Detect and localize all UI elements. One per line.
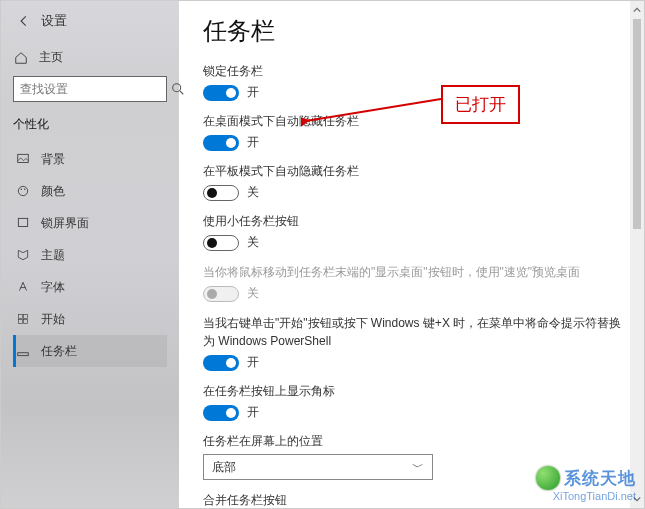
sidebar-item-label: 字体 [41, 279, 65, 296]
font-icon [15, 279, 31, 295]
setting-label-small-buttons: 使用小任务栏按钮 [203, 213, 622, 230]
sidebar-item-label: 背景 [41, 151, 65, 168]
vertical-scrollbar[interactable] [630, 1, 644, 508]
scrollbar-thumb[interactable] [633, 19, 641, 229]
sidebar-category: 个性化 [13, 116, 167, 133]
toggle-peek [203, 286, 239, 302]
svg-point-4 [24, 189, 25, 190]
svg-point-3 [21, 189, 22, 190]
svg-rect-1 [18, 154, 29, 162]
sidebar-item-start[interactable]: 开始 [13, 303, 167, 335]
lockscreen-icon [15, 215, 31, 231]
sidebar-item-fonts[interactable]: 字体 [13, 271, 167, 303]
toggle-state-text: 开 [247, 84, 259, 101]
sidebar-item-label: 颜色 [41, 183, 65, 200]
svg-point-2 [18, 186, 27, 195]
sidebar-item-label: 主题 [41, 247, 65, 264]
toggle-small-buttons[interactable] [203, 235, 239, 251]
sidebar-item-label: 开始 [41, 311, 65, 328]
watermark-sub: XiTongTianDi.net [536, 490, 636, 502]
chevron-down-icon: ﹀ [412, 459, 424, 476]
toggle-badges[interactable] [203, 405, 239, 421]
svg-rect-9 [24, 320, 28, 324]
svg-line-11 [306, 99, 441, 121]
taskbar-icon [15, 343, 31, 359]
toggle-state-text: 关 [247, 285, 259, 302]
arrow-left-icon [17, 14, 31, 28]
sidebar-item-lockscreen[interactable]: 锁屏界面 [13, 207, 167, 239]
content-area: 任务栏 锁定任务栏 开 在桌面模式下自动隐藏任务栏 开 在平板模式下自动隐藏任务… [179, 1, 644, 508]
palette-icon [15, 183, 31, 199]
toggle-lock-taskbar[interactable] [203, 85, 239, 101]
search-input-wrap[interactable] [13, 76, 167, 102]
setting-label-badges: 在任务栏按钮上显示角标 [203, 383, 622, 400]
setting-label-position: 任务栏在屏幕上的位置 [203, 433, 622, 450]
annotation-callout: 已打开 [441, 85, 520, 124]
select-value: 底部 [212, 459, 236, 476]
watermark-main: 系统天地 [564, 467, 636, 490]
toggle-state-text: 关 [247, 234, 259, 251]
home-icon [13, 50, 29, 66]
sidebar: 设置 主页 个性化 背景 颜色 锁屏界面 [1, 1, 179, 508]
setting-desc-peek: 当你将鼠标移动到任务栏末端的"显示桌面"按钮时，使用"速览"预览桌面 [203, 263, 622, 281]
picture-icon [15, 151, 31, 167]
sidebar-item-colors[interactable]: 颜色 [13, 175, 167, 207]
sidebar-item-themes[interactable]: 主题 [13, 239, 167, 271]
window-title: 设置 [41, 12, 67, 30]
theme-icon [15, 247, 31, 263]
svg-rect-6 [18, 314, 22, 318]
annotation-text: 已打开 [455, 95, 506, 114]
sidebar-item-taskbar[interactable]: 任务栏 [13, 335, 167, 367]
sidebar-item-label: 任务栏 [41, 343, 77, 360]
toggle-autohide-tablet[interactable] [203, 185, 239, 201]
back-button[interactable] [13, 10, 35, 32]
toggle-powershell[interactable] [203, 355, 239, 371]
scroll-up-arrow-icon[interactable] [630, 3, 644, 17]
sidebar-item-label: 锁屏界面 [41, 215, 89, 232]
toggle-state-text: 开 [247, 404, 259, 421]
toggle-state-text: 开 [247, 354, 259, 371]
watermark-logo-icon [536, 466, 560, 490]
svg-rect-8 [18, 320, 22, 324]
watermark: 系统天地 XiTongTianDi.net [536, 466, 636, 502]
sidebar-item-background[interactable]: 背景 [13, 143, 167, 175]
toggle-autohide-desktop[interactable] [203, 135, 239, 151]
svg-rect-10 [18, 353, 29, 356]
search-input[interactable] [20, 82, 170, 96]
start-icon [15, 311, 31, 327]
setting-label-autohide-tablet: 在平板模式下自动隐藏任务栏 [203, 163, 622, 180]
toggle-state-text: 开 [247, 134, 259, 151]
page-title: 任务栏 [203, 15, 622, 47]
setting-label-powershell: 当我右键单击"开始"按钮或按下 Windows 键+X 时，在菜单中将命令提示符… [203, 314, 622, 350]
svg-rect-7 [24, 314, 28, 318]
select-taskbar-position[interactable]: 底部 ﹀ [203, 454, 433, 480]
svg-rect-5 [18, 218, 27, 226]
toggle-state-text: 关 [247, 184, 259, 201]
annotation-arrow-icon [301, 91, 446, 131]
sidebar-home[interactable]: 主页 [13, 49, 167, 66]
setting-label-lock: 锁定任务栏 [203, 63, 622, 80]
sidebar-home-label: 主页 [39, 49, 63, 66]
